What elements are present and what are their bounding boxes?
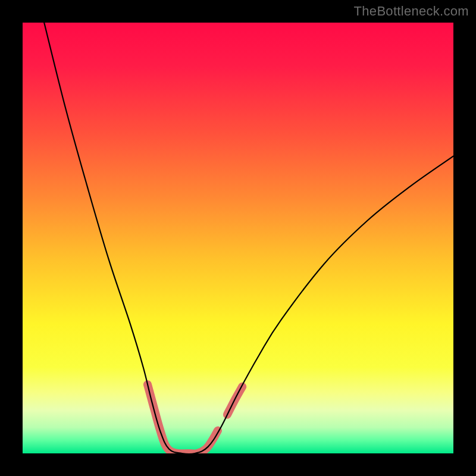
watermark-text: TheBottleneck.com — [354, 4, 469, 19]
plot-area — [23, 23, 453, 453]
curve-layer — [23, 23, 453, 453]
chart-frame: TheBottleneck.com — [0, 0, 476, 476]
bottleneck-curve — [44, 23, 453, 453]
left-wall-highlight — [148, 384, 218, 453]
